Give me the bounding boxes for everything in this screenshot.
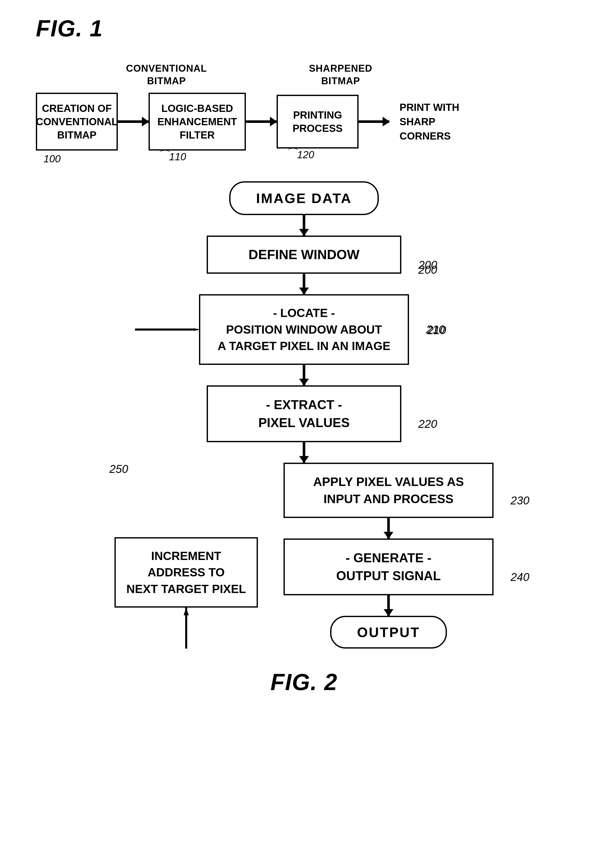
locate-box: - LOCATE -POSITION WINDOW ABOUTA TARGET … bbox=[199, 294, 409, 364]
define-window-box: DEFINE WINDOW bbox=[207, 236, 401, 274]
fig2-title: FIG. 2 bbox=[270, 669, 338, 696]
output-oval: OUTPUT bbox=[330, 616, 447, 649]
image-data-oval: IMAGE DATA bbox=[229, 181, 379, 215]
arrow-define-locate bbox=[303, 274, 305, 294]
box-120: PRINTINGPROCESS bbox=[277, 95, 358, 149]
sharpened-bitmap-label: SHARPENEDBITMAP bbox=[297, 62, 384, 88]
ref-230: 230 bbox=[511, 494, 529, 507]
ref-210-label: 210 bbox=[427, 324, 446, 337]
ref-200-label: 200 bbox=[419, 264, 437, 276]
box-110: LOGIC-BASEDENHANCEMENTFILTER bbox=[149, 93, 246, 150]
loop-arrow-in bbox=[135, 328, 202, 331]
fig1-section: FIG. 1 CONVENTIONALBITMAP SHARPENEDBITMA… bbox=[20, 16, 588, 150]
arrow-120-print bbox=[358, 120, 389, 123]
ref-250: 250 bbox=[109, 463, 128, 476]
svg-marker-3 bbox=[184, 608, 189, 615]
ref-110: ⌒110 bbox=[156, 147, 186, 164]
right-flow-col: APPLY PIXEL VALUES ASINPUT AND PROCESS 2… bbox=[284, 463, 493, 649]
ref-240: 240 bbox=[511, 571, 529, 584]
box-100: CREATION OFCONVENTIONALBITMAP bbox=[36, 93, 118, 150]
arrow-110-120 bbox=[246, 120, 277, 123]
ref-220: 220 bbox=[419, 418, 437, 431]
ref-120: ⌒120 bbox=[284, 146, 314, 163]
arrow-generate-output bbox=[387, 595, 390, 616]
apply-box: APPLY PIXEL VALUES ASINPUT AND PROCESS bbox=[284, 463, 493, 518]
left-loop-col: 250 INCREMENT ADDRESS TONEXT TARGET PIXE… bbox=[115, 463, 258, 649]
arrow-locate-extract bbox=[303, 365, 305, 385]
print-with-sharp-corners: PRINT WITHSHARPCORNERS bbox=[400, 100, 461, 143]
arrow-extract-apply bbox=[303, 442, 305, 463]
increment-box: INCREMENT ADDRESS TONEXT TARGET PIXEL bbox=[115, 537, 258, 608]
generate-box: - GENERATE -OUTPUT SIGNAL bbox=[284, 538, 493, 595]
loop-up-arrow bbox=[184, 608, 189, 649]
arrow-100-110 bbox=[118, 120, 149, 123]
extract-box: - EXTRACT -PIXEL VALUES bbox=[207, 385, 401, 442]
arrow-apply-generate bbox=[387, 518, 390, 538]
fig2-flowchart: IMAGE DATA DEFINE WINDOW 200 200 - LOCAT… bbox=[36, 181, 572, 649]
conventional-bitmap-label: CONVENTIONALBITMAP bbox=[123, 62, 210, 88]
ref-100: 100 bbox=[43, 153, 61, 164]
svg-marker-1 bbox=[194, 328, 201, 331]
arrow-imagedata-define bbox=[303, 215, 305, 236]
fig2-section: IMAGE DATA DEFINE WINDOW 200 200 - LOCAT… bbox=[20, 181, 588, 696]
fig1-title: FIG. 1 bbox=[36, 16, 103, 42]
